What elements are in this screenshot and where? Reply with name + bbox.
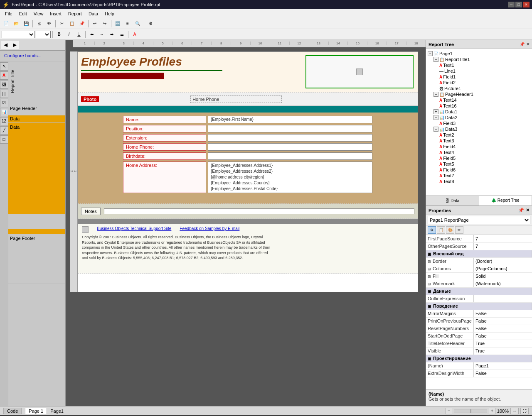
tree-node-text5[interactable]: A Text5 [428, 161, 530, 167]
menu-view[interactable]: View [30, 10, 47, 17]
tb-color[interactable]: A [130, 30, 139, 39]
tool-select[interactable]: ↖ [0, 62, 8, 71]
menu-help[interactable]: Help [101, 10, 118, 17]
tool-barcode[interactable]: ||| [0, 90, 8, 98]
tree-toggle-data2[interactable]: − [433, 115, 438, 120]
tool-12[interactable]: 12 [0, 117, 8, 125]
tree-node-text1[interactable]: A Text1 [428, 62, 530, 68]
tb-align-center[interactable]: ↔ [97, 30, 106, 39]
prop-value-columns[interactable]: (PageColumns) [474, 265, 532, 272]
tree-node-field4[interactable]: A Field4 [428, 144, 530, 149]
tree-node-field1[interactable]: A Field1 [428, 74, 530, 80]
left-arrow-btn[interactable]: ◀ [1, 41, 10, 49]
tree-node-line1[interactable]: — Line1 [428, 68, 530, 74]
tree-node-data1[interactable]: + 📊 Data1 [428, 109, 530, 115]
expand-data[interactable]: ▣ [428, 289, 431, 294]
tree-node-text7[interactable]: A Text7 [428, 173, 530, 179]
tb-align-right[interactable]: ➡ [107, 30, 116, 39]
font-family-select[interactable] [2, 31, 35, 38]
tb-underline[interactable]: U [74, 30, 84, 39]
tree-node-text2[interactable]: A Text2 [428, 132, 530, 138]
tree-node-text4[interactable]: A Text4 [428, 149, 530, 155]
props-tab-other[interactable]: ✏ [455, 226, 463, 234]
tool-picture[interactable]: 🖼 [0, 81, 8, 89]
font-size-select[interactable] [36, 31, 51, 38]
prop-value-visible[interactable]: True [474, 347, 532, 355]
tb-settings[interactable]: ⚙ [146, 20, 155, 28]
left-arrow-btn2[interactable]: ▶ [10, 41, 19, 49]
tb-justify[interactable]: ☰ [117, 30, 126, 39]
tb-zoom[interactable]: 🔍 [133, 20, 142, 28]
tool-text[interactable]: A [0, 71, 8, 80]
tree-node-data3[interactable]: − 📊 Data3 [428, 126, 530, 132]
tb-cut[interactable]: ✂ [57, 20, 66, 28]
expand-design[interactable]: ▣ [428, 357, 431, 361]
props-tab-appearance[interactable]: 🎨 [446, 226, 454, 234]
tree-node-reporttitle1[interactable]: − 📋 ReportTitle1 [428, 56, 530, 62]
menu-edit[interactable]: Edit [16, 10, 30, 17]
tree-node-text14[interactable]: A Text14 [428, 97, 530, 103]
prop-value-name[interactable]: Page1 [474, 362, 532, 370]
tb-align[interactable]: ≡ [123, 20, 132, 28]
tree-toggle-page1[interactable]: − [428, 51, 433, 56]
menu-insert[interactable]: Insert [47, 10, 65, 17]
tree-close-icon[interactable]: ✕ [526, 42, 530, 46]
prop-value-startonoddpage[interactable]: False [474, 332, 532, 340]
menu-report[interactable]: Report [65, 10, 85, 17]
prop-value-mirrormargins[interactable]: False [474, 310, 532, 317]
status-btn-page1[interactable]: Page 1 [25, 408, 47, 414]
tree-node-pageheader1[interactable]: − 📋 PageHeader1 [428, 91, 530, 97]
prop-value-resetpagenumbers[interactable]: False [474, 325, 532, 332]
fit-width-btn[interactable]: ↔ [510, 408, 519, 414]
expand-fill[interactable]: ⊞ [428, 274, 431, 279]
tb-save[interactable]: 💾 [22, 20, 31, 28]
tree-pin-icon[interactable]: 📌 [520, 42, 525, 46]
tb-undo[interactable]: ↩ [90, 20, 99, 28]
tree-node-field5[interactable]: A Field5 [428, 155, 530, 161]
status-btn-code[interactable]: Code [3, 408, 22, 414]
tree-node-text16[interactable]: A Text16 [428, 103, 530, 109]
tool-chart[interactable]: 📊 [0, 108, 8, 116]
expand-columns[interactable]: ⊞ [428, 267, 431, 271]
prop-value-extradesignwidth[interactable]: False [474, 370, 532, 377]
tree-toggle-ph1[interactable]: − [433, 92, 438, 97]
prop-value-printonprevious[interactable]: False [474, 317, 532, 325]
tree-toggle-rt1[interactable]: − [433, 57, 438, 62]
tb-print[interactable]: 🖨 [34, 20, 44, 28]
tab-report-tree[interactable]: 🌲 Report Tree [479, 196, 532, 206]
tree-toggle-data3[interactable]: − [433, 127, 438, 132]
props-pin-icon[interactable]: 📌 [518, 208, 524, 213]
props-object-select[interactable]: Page1 ReportPage [428, 216, 530, 224]
close-button[interactable]: ✕ [523, 2, 530, 7]
menu-data[interactable]: Data [85, 10, 101, 17]
tb-align-left[interactable]: ⬅ [87, 30, 96, 39]
prop-value-border[interactable]: (Border) [474, 257, 532, 265]
expand-watermark[interactable]: ⊞ [428, 282, 431, 286]
tree-node-field2[interactable]: A Field2 [428, 80, 530, 86]
prop-value-titlebeforeheader[interactable]: True [474, 340, 532, 347]
tb-copy[interactable]: 📋 [67, 20, 76, 28]
tb-redo[interactable]: ↪ [100, 20, 109, 28]
props-tab-events[interactable]: 📋 [437, 226, 445, 234]
tb-new[interactable]: 📄 [2, 20, 11, 28]
tree-node-field6[interactable]: A Field6 [428, 167, 530, 173]
prop-value-fill[interactable]: Solid [474, 272, 532, 280]
configure-bands-label[interactable]: Configure bands... [2, 51, 44, 60]
prop-value-watermark[interactable]: (Watermark) [474, 280, 532, 287]
footer-link-2[interactable]: Feedback on Samples by E-mail [180, 226, 239, 233]
tb-format[interactable]: 🔤 [113, 20, 122, 28]
tab-data[interactable]: 🗄 Data [426, 196, 479, 206]
tool-shape[interactable]: □ [0, 135, 8, 144]
tree-content[interactable]: − 📄 Page1 − 📋 ReportTitle1 A Text1 [426, 49, 532, 196]
prop-value-outlineexpr[interactable] [474, 295, 532, 302]
tree-node-data2[interactable]: − 📊 Data2 [428, 115, 530, 120]
tree-node-page1[interactable]: − 📄 Page1 [428, 51, 530, 56]
maximize-button[interactable]: □ [515, 2, 522, 7]
tool-line[interactable]: ╱ [0, 126, 8, 135]
fit-page-btn[interactable]: ⛶ [520, 408, 529, 414]
expand-border[interactable]: ⊞ [428, 259, 431, 264]
canvas-area[interactable]: 1 2 3 4 5 6 7 8 9 10 11 12 13 14 15 16 1… [66, 40, 426, 406]
tree-node-field3[interactable]: A Field3 [428, 120, 530, 126]
tb-italic[interactable]: I [64, 30, 74, 39]
tool-check[interactable]: ☑ [0, 99, 8, 107]
